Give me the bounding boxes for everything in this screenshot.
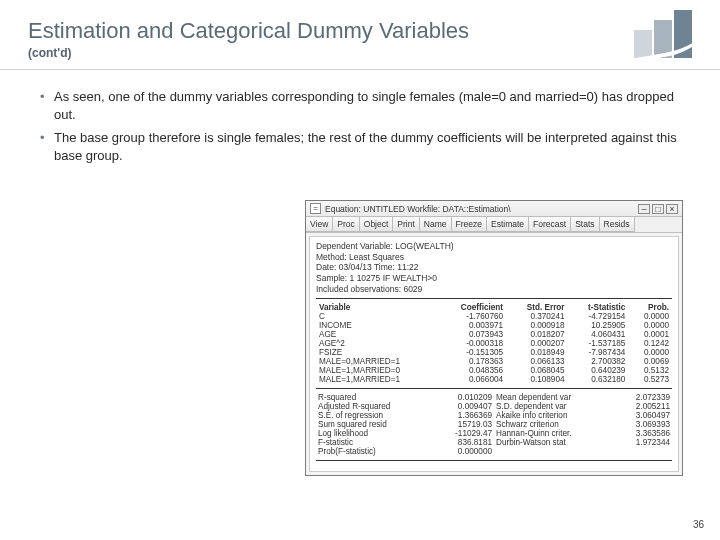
table-row: FSIZE-0.1513050.018949-7.9874340.0000 [316, 348, 672, 357]
window-title-text: Equation: UNTITLED Workfile: DATA::Estim… [325, 204, 511, 214]
stat-row: Akaike info criterion3.060497 [494, 411, 672, 420]
table-row: MALE=0,MARRIED=10.1783630.0661332.700382… [316, 357, 672, 366]
window-toolbar: ViewProcObjectPrintNameFreezeEstimateFor… [306, 217, 682, 233]
stat-row: Adjusted R-squared0.009407 [316, 402, 494, 411]
stat-row: Durbin-Watson stat1.972344 [494, 438, 672, 447]
stat-row: Log likelihood-11029.47 [316, 429, 494, 438]
toolbar-estimate-button[interactable]: Estimate [487, 217, 529, 232]
table-header: Prob. [628, 303, 672, 312]
slide-subtitle: (cont'd) [28, 46, 692, 60]
table-header: Variable [316, 303, 438, 312]
toolbar-freeze-button[interactable]: Freeze [452, 217, 487, 232]
stat-row: Mean dependent var2.072339 [494, 393, 672, 402]
fit-statistics: R-squared0.010209Adjusted R-squared0.009… [316, 393, 672, 456]
toolbar-stats-button[interactable]: Stats [571, 217, 599, 232]
bullet-item: As seen, one of the dummy variables corr… [40, 88, 688, 123]
meta-obs: Included observations: 6029 [316, 284, 672, 295]
page-number: 36 [693, 519, 704, 530]
toolbar-view-button[interactable]: View [306, 217, 333, 232]
coefficient-table: VariableCoefficientStd. Errort-Statistic… [316, 303, 672, 384]
stat-row: Sum squared resid15719.03 [316, 420, 494, 429]
meta-sample: Sample: 1 10275 IF WEALTH>0 [316, 273, 672, 284]
regression-meta: Dependent Variable: LOG(WEALTH) Method: … [316, 241, 672, 294]
toolbar-object-button[interactable]: Object [360, 217, 394, 232]
table-row: MALE=1,MARRIED=00.0483560.0680450.640239… [316, 366, 672, 375]
maximize-icon[interactable]: □ [652, 204, 664, 214]
meta-date: Date: 03/04/13 Time: 11:22 [316, 262, 672, 273]
stat-row: R-squared0.010209 [316, 393, 494, 402]
toolbar-proc-button[interactable]: Proc [333, 217, 359, 232]
title-underline [0, 69, 720, 70]
chart-logo-icon [634, 6, 706, 58]
bullet-list: As seen, one of the dummy variables corr… [0, 64, 720, 178]
stat-row: F-statistic836.8181 [316, 438, 494, 447]
table-row: INCOME0.0039710.00091810.259050.0000 [316, 321, 672, 330]
stat-row: Hannan-Quinn criter.3.363586 [494, 429, 672, 438]
meta-method: Method: Least Squares [316, 252, 672, 263]
window-titlebar[interactable]: = Equation: UNTITLED Workfile: DATA::Est… [306, 201, 682, 217]
toolbar-name-button[interactable]: Name [420, 217, 452, 232]
table-row: AGE^2-0.0003180.000207-1.5371850.1242 [316, 339, 672, 348]
slide-title: Estimation and Categorical Dummy Variabl… [28, 18, 692, 44]
table-header: Coefficient [438, 303, 506, 312]
bullet-item: The base group therefore is single femal… [40, 129, 688, 164]
table-row: C-1.7607600.370241-4.7291540.0000 [316, 312, 672, 321]
close-icon[interactable]: × [666, 204, 678, 214]
stat-row: S.E. of regression1.366369 [316, 411, 494, 420]
table-row: MALE=1,MARRIED=10.0660040.1089040.632180… [316, 375, 672, 384]
table-header: Std. Error [506, 303, 567, 312]
toolbar-print-button[interactable]: Print [393, 217, 419, 232]
toolbar-resids-button[interactable]: Resids [600, 217, 635, 232]
stat-row: Schwarz criterion3.069393 [494, 420, 672, 429]
equation-window: = Equation: UNTITLED Workfile: DATA::Est… [305, 200, 683, 476]
bullet-text: As seen, one of the dummy variables corr… [54, 89, 674, 122]
stat-row: Prob(F-statistic)0.000000 [316, 447, 494, 456]
toolbar-forecast-button[interactable]: Forecast [529, 217, 571, 232]
equation-icon: = [310, 203, 321, 214]
stat-row: S.D. dependent var2.005211 [494, 402, 672, 411]
output-panel: Dependent Variable: LOG(WEALTH) Method: … [309, 236, 679, 472]
meta-depvar: Dependent Variable: LOG(WEALTH) [316, 241, 672, 252]
table-row: AGE0.0739430.0182074.0604310.0001 [316, 330, 672, 339]
table-header: t-Statistic [568, 303, 629, 312]
bullet-text: The base group therefore is single femal… [54, 130, 677, 163]
slide-header: Estimation and Categorical Dummy Variabl… [0, 0, 720, 64]
minimize-icon[interactable]: – [638, 204, 650, 214]
